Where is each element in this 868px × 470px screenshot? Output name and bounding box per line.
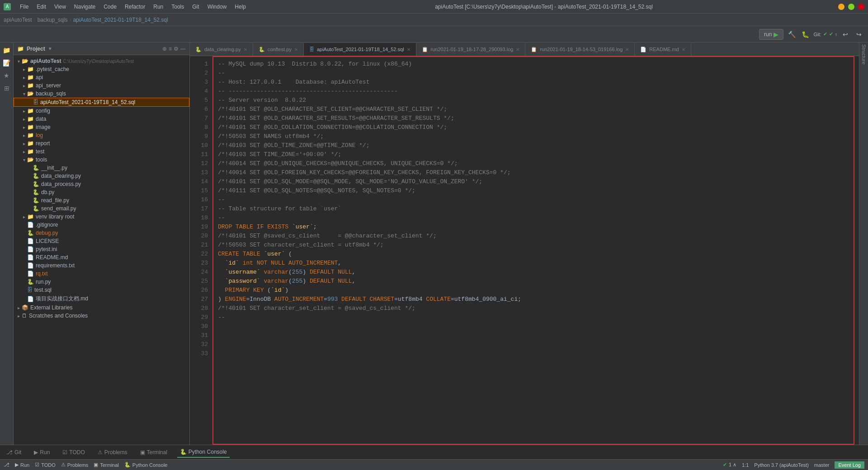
tree-item[interactable]: ▸📁test [14, 147, 189, 156]
menu-code[interactable]: Code [100, 3, 120, 11]
tree-item[interactable]: 🐍send_email.py [14, 204, 189, 213]
sidebar-favorites-icon[interactable]: ★ [1, 70, 13, 81]
status-branch[interactable]: master [814, 462, 830, 468]
status-problems-item[interactable]: ⚠ Problems [61, 462, 88, 468]
tab-close-button[interactable]: ✕ [407, 47, 410, 52]
toolbar-undo-button[interactable]: ↩ [840, 29, 851, 40]
tree-root[interactable]: ▾📂apiAutoTestC:\Users\zy7y\Desktop\apiAu… [14, 57, 189, 65]
tab-close-button[interactable]: ✕ [294, 47, 298, 52]
tree-item[interactable]: ▸📁api [14, 73, 189, 81]
tree-item[interactable]: ▸📁data [14, 115, 189, 123]
bottom-tab-run[interactable]: ▶Run [31, 447, 52, 457]
toolbar-redo-button[interactable]: ↪ [854, 29, 864, 40]
panel-collapse-icon[interactable]: ≡ [169, 46, 172, 52]
tree-item[interactable]: 🐍db.py [14, 188, 189, 196]
status-python-console-item[interactable]: 🐍 Python Console [124, 462, 168, 468]
sidebar-structure-icon[interactable]: ⊞ [1, 82, 13, 94]
toolbar-debug-icon[interactable]: 🐛 [800, 29, 811, 40]
tree-item[interactable]: ▸📁image [14, 123, 189, 131]
structure-label[interactable]: Structure [861, 44, 867, 65]
tree-item[interactable]: 📄项目实战接口文档.md [14, 294, 189, 304]
menu-help[interactable]: Help [231, 3, 250, 11]
menu-refactor[interactable]: Refactor [121, 3, 149, 11]
bottom-tab-problems[interactable]: ⚠Problems [95, 447, 130, 457]
line-number: 2 [190, 69, 208, 78]
panel-locate-icon[interactable]: ⊕ [162, 46, 167, 52]
tree-item[interactable]: 🐍data_process.py [14, 180, 189, 188]
status-run-item[interactable]: ▶ Run [15, 462, 29, 468]
panel-header-icons[interactable]: ⊕ ≡ ⚙ — [162, 46, 186, 52]
tab-close-button[interactable]: ✕ [516, 47, 519, 52]
tree-item[interactable]: 🐍debug.py [14, 229, 189, 237]
bottom-tab-terminal[interactable]: ▣Terminal [137, 447, 170, 457]
status-python-version[interactable]: Python 3.7 (apiAutoTest) [754, 462, 808, 468]
run-button[interactable]: run ▶ [759, 29, 783, 40]
menu-tools[interactable]: Tools [168, 3, 188, 11]
window-controls[interactable] [838, 4, 864, 10]
menu-view[interactable]: View [51, 3, 70, 11]
bottom-tab-git[interactable]: ⎇Git [4, 447, 24, 457]
status-git-icon[interactable]: ⎇ [4, 462, 9, 468]
tree-item[interactable]: 📄rq.txt [14, 270, 189, 278]
sidebar-project-icon[interactable]: 📁 [1, 44, 13, 56]
tree-item[interactable]: ▸📁api_server [14, 81, 189, 90]
tree-item[interactable]: ▸📁config [14, 107, 189, 115]
tab-close-button[interactable]: ✕ [625, 47, 629, 52]
editor-tab[interactable]: 📋run2021-01-19_18-14-53_019166.log✕ [525, 43, 635, 56]
menu-bar[interactable]: FileEditViewNavigateCodeRefactorRunTools… [16, 3, 250, 11]
editor-tab[interactable]: 🗄apiAutoTest_2021-01-19T18_14_52.sql✕ [304, 43, 416, 56]
panel-gear-icon[interactable]: ⚙ [174, 46, 179, 52]
tree-item[interactable]: ▸📁report [14, 139, 189, 147]
tree-item[interactable]: 📄.gitignore [14, 221, 189, 229]
tree-item[interactable]: 📄pytest.ini [14, 245, 189, 253]
tab-close-button[interactable]: ✕ [244, 47, 247, 52]
tree-item[interactable]: 📄requirements.txt [14, 261, 189, 270]
breadcrumb-item-1[interactable]: backup_sqls [38, 17, 68, 23]
tree-item[interactable]: ▸📁.pytest_cache [14, 65, 189, 73]
maximize-button[interactable] [848, 4, 854, 10]
tree-item[interactable]: 🐍run.py [14, 278, 189, 286]
menu-file[interactable]: File [16, 3, 32, 11]
breadcrumb-item-0[interactable]: apiAutoTest [4, 17, 32, 23]
tab-close-button[interactable]: ✕ [682, 47, 685, 52]
sidebar-commit-icon[interactable]: 📝 [1, 57, 13, 69]
bottom-tab-todo[interactable]: ☑TODO [60, 447, 87, 457]
tree-item[interactable]: 🐍read_file.py [14, 196, 189, 204]
tree-item[interactable]: 🐍data_clearing.py [14, 172, 189, 180]
status-terminal-item[interactable]: ▣ Terminal [94, 462, 119, 468]
menu-run[interactable]: Run [150, 3, 167, 11]
bottom-tab-python-console[interactable]: 🐍Python Console [177, 447, 230, 458]
code-area[interactable]: -- MySQL dump 10.13 Distrib 8.0.22, for … [212, 56, 859, 445]
toolbar-build-icon[interactable]: 🔨 [786, 29, 797, 40]
menu-navigate[interactable]: Navigate [71, 3, 99, 11]
code-line: -- MySQL dump 10.13 Distrib 8.0.22, for … [218, 60, 854, 69]
tree-item[interactable]: 🗄test.sql [14, 286, 189, 294]
editor-content[interactable]: 1234567891011121314151617181920212223242… [190, 56, 859, 445]
panel-minimize-icon[interactable]: — [180, 46, 186, 52]
panel-dropdown-icon[interactable]: ▼ [48, 46, 52, 51]
editor-tab[interactable]: 🐍data_clearing.py✕ [190, 43, 253, 56]
status-position[interactable]: 1:1 [742, 462, 749, 468]
menu-git[interactable]: Git [189, 3, 203, 11]
editor-tab[interactable]: 📄README.md✕ [635, 43, 691, 56]
editor-tab[interactable]: 🐍conftest.py✕ [253, 43, 304, 56]
tree-item[interactable]: 🐍__init__.py [14, 164, 189, 172]
close-button[interactable] [858, 4, 864, 10]
tree-item[interactable]: ▾📂tools [14, 156, 189, 164]
menu-window[interactable]: Window [204, 3, 231, 11]
menu-edit[interactable]: Edit [33, 3, 50, 11]
tree-item[interactable]: 🗄apiAutoTest_2021-01-19T18_14_52.sql [14, 98, 189, 107]
status-todo-item[interactable]: ☑ TODO [35, 462, 56, 468]
code-line: DROP TABLE IF EXISTS `user`; [218, 223, 854, 232]
tree-item[interactable]: ▸📁venv library root [14, 213, 189, 221]
tree-item[interactable]: ▾📂backup_sqls [14, 90, 189, 98]
tree-item[interactable]: ▸📁log [14, 131, 189, 139]
status-event-log[interactable]: Event Log [835, 461, 864, 469]
scratches-consoles-item[interactable]: ▸🗒Scratches and Consoles [14, 312, 189, 320]
tree-item[interactable]: 📄LICENSE [14, 237, 189, 245]
tree-item[interactable]: 📄README.md [14, 253, 189, 261]
editor-tab[interactable]: 📋run2021-01-19_18-17-28_290093.log✕ [416, 43, 526, 56]
tree-file-icon: 📁 [27, 82, 34, 89]
external-libraries-item[interactable]: ▸📦External Libraries [14, 304, 189, 312]
minimize-button[interactable] [838, 4, 844, 10]
